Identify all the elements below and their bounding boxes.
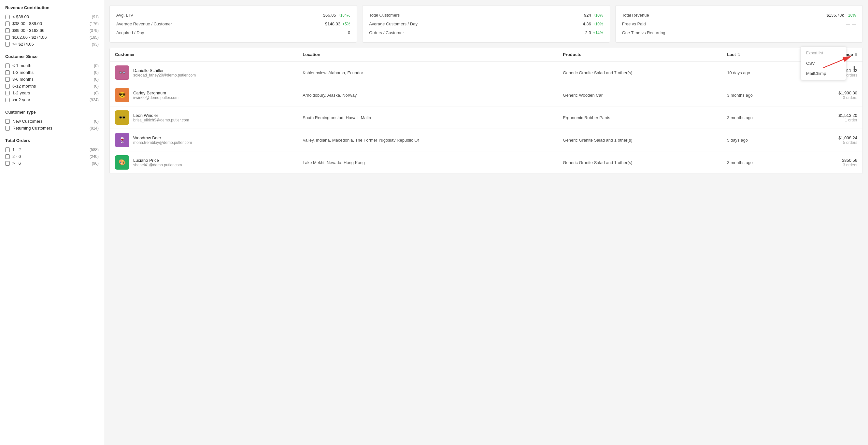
filter-item-label: $89.00 - $162.66 — [12, 28, 44, 33]
stat-change: +10% — [593, 13, 603, 18]
checkbox-customer-since-5[interactable] — [5, 98, 10, 102]
filter-item: $38.00 - $89.00(176) — [5, 20, 99, 27]
customer-cell: 🍷Woodrow Beermona.tremblay@demo.putler.c… — [110, 129, 298, 151]
revenue-orders: 5 orders — [801, 140, 857, 145]
checkbox-customer-since-0[interactable] — [5, 63, 10, 68]
checkbox-revenue-contribution-3[interactable] — [5, 35, 10, 40]
customer-cell: 👓Danielle Schillersoledad_fahey20@demo.p… — [110, 61, 298, 84]
checkbox-customer-type-0[interactable] — [5, 119, 10, 124]
customers-table-container: Export list CSV MailChimp ⬇ — [110, 48, 863, 174]
filter-item: 3-6 months(0) — [5, 76, 99, 83]
revenue-orders: 3 orders — [801, 163, 857, 167]
customers-table: CustomerLocationProductsLast⇅Revenue⇅ 👓D… — [110, 48, 863, 173]
customer-cell: 🕶️Leon Windlerbrisa_ullrich9@demo.putler… — [110, 106, 298, 129]
checkbox-customer-since-1[interactable] — [5, 70, 10, 75]
filter-item-label: < 1 month — [12, 63, 31, 68]
products-cell: Generic Wooden Car — [558, 84, 722, 106]
stat-row: Orders / Customer2.3+14% — [369, 28, 603, 37]
customer-name[interactable]: Carley Bergnaum — [133, 91, 179, 95]
checkbox-customer-since-2[interactable] — [5, 77, 10, 82]
filter-item-count: (240) — [90, 154, 99, 159]
table-row[interactable]: 😎Carley Bergnaumirwin60@demo.putler.comA… — [110, 84, 863, 106]
filter-item-count: (0) — [94, 91, 99, 95]
stat-value: 4.36 — [583, 22, 591, 26]
col-header-last[interactable]: Last⇅ — [722, 48, 796, 61]
customer-email: irwin60@demo.putler.com — [133, 95, 179, 100]
location-cell: Lake Mekhi, Nevada, Hong Kong — [298, 151, 558, 174]
filter-item-count: (0) — [94, 70, 99, 75]
filter-item: $89.00 - $162.66(379) — [5, 27, 99, 34]
last-cell: 3 months ago — [722, 84, 796, 106]
stat-change: +5% — [342, 22, 350, 26]
filter-title-customer-since: Customer Since — [5, 54, 99, 59]
filter-item-label: $38.00 - $89.00 — [12, 21, 42, 26]
location-cell: Valley, Indiana, Macedonia, The Former Y… — [298, 129, 558, 151]
table-row[interactable]: 👓Danielle Schillersoledad_fahey20@demo.p… — [110, 61, 863, 84]
checkbox-customer-since-4[interactable] — [5, 91, 10, 95]
sort-icon[interactable]: ⇅ — [737, 53, 740, 57]
stat-row: Average Customers / Day4.36+10% — [369, 20, 603, 28]
stat-value: — — [852, 30, 856, 35]
customer-name[interactable]: Woodrow Beer — [133, 135, 192, 140]
location-cell: Arnoldobury, Alaska, Norway — [298, 84, 558, 106]
avatar: 👓 — [115, 65, 129, 80]
filter-item-label: 6-12 months — [12, 84, 36, 89]
customers-stat-card: Total Customers924+10%Average Customers … — [362, 5, 610, 43]
stat-label: Orders / Customer — [369, 30, 404, 35]
checkbox-revenue-contribution-2[interactable] — [5, 28, 10, 33]
filter-item-label: 1-2 years — [12, 91, 30, 95]
table-header: CustomerLocationProductsLast⇅Revenue⇅ — [110, 48, 863, 61]
customer-name[interactable]: Leon Windler — [133, 113, 189, 118]
filter-item-count: (185) — [90, 35, 99, 40]
products-cell: Generic Granite Salad and 1 other(s) — [558, 151, 722, 174]
checkbox-revenue-contribution-0[interactable] — [5, 14, 10, 19]
avatar: 🍷 — [115, 133, 129, 147]
filter-item-label: < $38.00 — [12, 14, 29, 19]
checkbox-customer-type-1[interactable] — [5, 126, 10, 131]
stat-row: Total Customers924+10% — [369, 11, 603, 20]
checkbox-total-orders-1[interactable] — [5, 154, 10, 159]
revenue-orders: 1 order — [801, 118, 857, 122]
revenue-orders: 3 orders — [801, 95, 857, 100]
stat-label: Avg. LTV — [116, 13, 133, 18]
table-row[interactable]: 🍷Woodrow Beermona.tremblay@demo.putler.c… — [110, 129, 863, 151]
last-cell: 3 months ago — [722, 151, 796, 174]
checkbox-total-orders-0[interactable] — [5, 148, 10, 152]
filter-item: >= $274.06(93) — [5, 41, 99, 47]
col-header-customer: Customer — [110, 48, 298, 61]
checkbox-revenue-contribution-4[interactable] — [5, 42, 10, 46]
stat-value: $148.03 — [325, 22, 340, 26]
filter-item-count: (0) — [94, 63, 99, 68]
customer-name[interactable]: Danielle Schiller — [133, 68, 196, 73]
filter-item-label: >= 2 year — [12, 97, 30, 102]
filter-item: 1 - 2(588) — [5, 146, 99, 153]
filter-item-label: $162.66 - $274.06 — [12, 35, 47, 40]
checkbox-revenue-contribution-1[interactable] — [5, 22, 10, 26]
filter-item-label: New Customers — [12, 119, 42, 124]
customer-email: mona.tremblay@demo.putler.com — [133, 140, 192, 145]
stat-value: $66.85 — [323, 13, 336, 18]
customer-name[interactable]: Luciano Price — [133, 158, 182, 163]
stat-row: Total Revenue$136.78k+16% — [622, 11, 856, 20]
filter-item-count: (96) — [92, 161, 99, 166]
filter-item: Returning Customers(924) — [5, 125, 99, 131]
col-header-products: Products — [558, 48, 722, 61]
revenue-cell: $1,900.803 orders — [796, 84, 863, 106]
checkbox-customer-since-3[interactable] — [5, 84, 10, 89]
filter-item-label: 1 - 2 — [12, 147, 21, 152]
table-row[interactable]: 🎨Luciano Priceshanel41@demo.putler.comLa… — [110, 151, 863, 174]
avatar: 🎨 — [115, 155, 129, 169]
filter-item-count: (0) — [94, 119, 99, 124]
filter-title-revenue-contribution: Revenue Contribution — [5, 5, 99, 10]
checkbox-total-orders-2[interactable] — [5, 161, 10, 166]
stat-row: Acquired / Day0 — [116, 28, 350, 37]
filter-item: $162.66 - $274.06(185) — [5, 34, 99, 41]
stat-label: Average Revenue / Customer — [116, 22, 172, 26]
filter-item: < $38.00(91) — [5, 13, 99, 20]
stat-row: Average Revenue / Customer$148.03+5% — [116, 20, 350, 28]
filter-item-label: >= $274.06 — [12, 42, 34, 46]
download-button[interactable]: ⬇ — [851, 64, 858, 72]
table-row[interactable]: 🕶️Leon Windlerbrisa_ullrich9@demo.putler… — [110, 106, 863, 129]
stat-change: +16% — [846, 13, 856, 18]
customer-email: brisa_ullrich9@demo.putler.com — [133, 118, 189, 122]
